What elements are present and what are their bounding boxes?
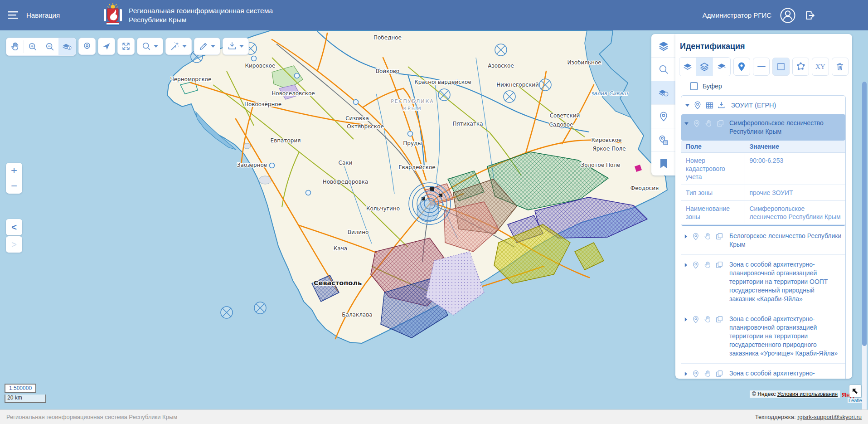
result-item[interactable]: Зона с особой архитектурно-планировочной…: [681, 309, 845, 363]
support-email-link[interactable]: rgisrk-support@skyori.ru: [797, 414, 862, 420]
zoom-to-group-icon[interactable]: [693, 101, 702, 110]
map-place-label: Кача: [334, 245, 347, 252]
map-place-label: Войково: [376, 68, 399, 74]
download-group-icon[interactable]: [717, 101, 726, 110]
map-place-label: Кировское: [592, 137, 622, 143]
results-scrollbar[interactable]: [862, 82, 867, 409]
terms-link[interactable]: Условия использования: [777, 391, 838, 397]
zoom-to-feature-icon[interactable]: [692, 261, 700, 269]
copy-feature-icon[interactable]: [715, 261, 723, 269]
previous-extent-button[interactable]: <: [6, 219, 22, 235]
pan-to-feature-icon[interactable]: [704, 119, 713, 128]
layers-top-icon: [682, 62, 693, 72]
identify-by-polygon-button[interactable]: [792, 58, 809, 76]
user-name: Администратор РГИС: [703, 11, 771, 19]
identify-tool-button[interactable]: [58, 38, 76, 55]
buffer-checkbox[interactable]: [690, 82, 698, 90]
result-item[interactable]: Зона с особой архитектурно-планировочной…: [681, 254, 845, 309]
result-item-title[interactable]: Зона с особой архитектурно-планировочной…: [729, 369, 842, 379]
tab-objects-list[interactable]: [651, 128, 675, 152]
table-row: Наименование зоны Симферопольское леснич…: [681, 201, 845, 225]
magic-wand-icon: [170, 41, 180, 51]
field-value: прочие ЗОУИТ: [745, 185, 845, 201]
pin-circle-icon: [658, 111, 669, 122]
zoom-in-tool-button[interactable]: [24, 38, 41, 55]
tab-layers[interactable]: [651, 34, 675, 58]
zoom-to-feature-icon[interactable]: [692, 315, 700, 324]
table-view-icon[interactable]: [705, 101, 714, 110]
layers-info-icon: [62, 42, 73, 52]
tab-identification[interactable]: [651, 81, 675, 105]
result-item-title[interactable]: Зона с особой архитектурно-планировочной…: [729, 315, 842, 358]
expand-icon[interactable]: [684, 371, 688, 376]
copy-feature-icon[interactable]: [715, 232, 723, 240]
attribution-toggle-button[interactable]: [849, 385, 861, 397]
identify-toolbar: XY: [679, 57, 849, 76]
logout-icon[interactable]: [804, 10, 816, 21]
map-place-label: Азовское: [488, 63, 514, 69]
zoom-in-button[interactable]: +: [6, 163, 22, 178]
copy-feature-icon[interactable]: [715, 370, 723, 378]
locate-point-button[interactable]: [78, 38, 96, 55]
identify-by-line-button[interactable]: [753, 58, 770, 76]
attribute-table: Поле Значение Номер кадастрового учета 9…: [681, 141, 845, 226]
identify-visible-layers-button[interactable]: [713, 58, 730, 76]
zoom-to-feature-icon[interactable]: [692, 232, 700, 241]
column-field: Поле: [681, 141, 745, 153]
fullscreen-button[interactable]: [117, 38, 135, 55]
expand-icon[interactable]: [684, 234, 688, 239]
result-item[interactable]: Белогорское лесничество Республики Крым: [681, 226, 845, 254]
column-value: Значение: [745, 141, 845, 153]
zoom-to-feature-icon[interactable]: [693, 119, 701, 128]
identify-by-xy-button[interactable]: XY: [812, 58, 829, 76]
footer-support: Техподдержка: rgisrk-support@skyori.ru: [755, 414, 862, 420]
zoom-out-button[interactable]: −: [6, 178, 22, 194]
result-item[interactable]: Зона с особой архитектурно-планировочной…: [681, 363, 845, 379]
result-item-selected[interactable]: Симферопольское лесничество Республики К…: [681, 114, 845, 141]
expand-icon[interactable]: [684, 317, 688, 322]
collapse-icon[interactable]: [684, 122, 689, 126]
yandex-copyright: © Яндекс: [752, 391, 776, 397]
result-item-title[interactable]: Зона с особой архитектурно-планировочной…: [729, 260, 842, 303]
pan-to-feature-icon[interactable]: [703, 370, 712, 378]
copy-feature-icon[interactable]: [715, 315, 723, 323]
export-tool-button[interactable]: [223, 38, 249, 55]
map-place-label: Пятихатка: [452, 121, 483, 127]
expand-icon[interactable]: [684, 263, 688, 268]
user-avatar-icon[interactable]: [780, 7, 796, 24]
identify-by-rectangle-button[interactable]: [772, 58, 789, 76]
tab-bookmarks[interactable]: [651, 152, 675, 175]
next-extent-button[interactable]: >: [6, 236, 22, 253]
bookmark-icon: [659, 159, 668, 169]
scale-ratio[interactable]: 1:500000: [5, 384, 36, 393]
zoom-out-icon: [45, 42, 55, 52]
pan-to-feature-icon[interactable]: [703, 315, 712, 324]
navigation-arrow-icon: [102, 41, 112, 51]
extent-history: < >: [6, 219, 22, 253]
zoom-to-feature-icon[interactable]: [692, 370, 700, 378]
pan-to-feature-icon[interactable]: [703, 261, 712, 269]
clear-results-button[interactable]: [832, 58, 849, 76]
search-tool-button[interactable]: [137, 38, 163, 55]
menu-icon[interactable]: [8, 11, 19, 19]
field-name: Тип зоны: [681, 185, 745, 201]
tab-placemarks[interactable]: [651, 105, 675, 128]
result-item-title[interactable]: Симферопольское лесничество Республики К…: [729, 119, 843, 136]
identify-by-point-button[interactable]: [733, 58, 750, 76]
identify-all-layers-button[interactable]: [696, 58, 713, 76]
nav-label[interactable]: Навигация: [26, 11, 60, 19]
my-location-button[interactable]: [98, 38, 115, 55]
result-group-title[interactable]: ЗОУИТ (ЕГРН): [731, 102, 776, 109]
measure-tool-button[interactable]: [165, 38, 192, 55]
identify-top-layer-button[interactable]: [679, 58, 696, 76]
map-place-label: Балаклава: [342, 312, 372, 318]
tab-search[interactable]: [651, 58, 675, 81]
result-item-title[interactable]: Белогорское лесничество Республики Крым: [729, 232, 842, 249]
pan-tool-button[interactable]: [6, 38, 24, 55]
pan-to-feature-icon[interactable]: [703, 232, 712, 241]
collapse-icon[interactable]: [685, 103, 690, 107]
scrollbar-thumb[interactable]: [862, 82, 867, 346]
draw-tool-button[interactable]: [194, 38, 220, 55]
copy-feature-icon[interactable]: [716, 119, 724, 127]
zoom-out-tool-button[interactable]: [41, 38, 58, 55]
